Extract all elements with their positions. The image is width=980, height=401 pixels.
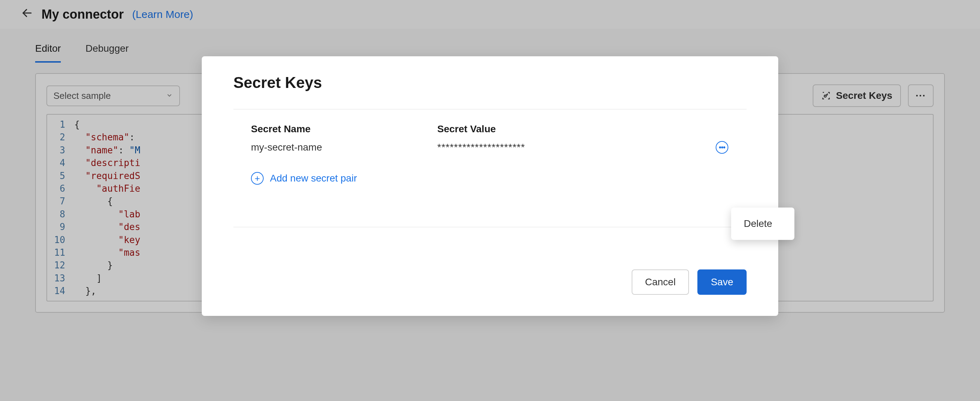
col-secret-name: Secret Name <box>251 123 437 135</box>
col-secret-value: Secret Value <box>437 123 729 135</box>
add-secret-pair-label: Add new secret pair <box>270 173 357 184</box>
row-more-button[interactable]: ••• <box>715 141 729 154</box>
delete-menu-item[interactable]: Delete <box>731 212 794 236</box>
add-secret-pair-button[interactable]: + Add new secret pair <box>234 172 746 185</box>
more-circle-icon: ••• <box>716 141 728 154</box>
secrets-header: Secret Name Secret Value <box>251 123 729 135</box>
plus-icon: + <box>251 172 264 185</box>
row-dropdown-menu: Delete <box>731 208 794 240</box>
modal-footer: Cancel Save <box>234 227 746 295</box>
cancel-button[interactable]: Cancel <box>632 270 689 295</box>
secret-name-value: my-secret-name <box>251 142 437 153</box>
secret-row: my-secret-name ********************* ••• <box>251 141 729 154</box>
secret-value-masked: ********************* <box>437 142 715 153</box>
divider <box>234 109 746 109</box>
secrets-table: Secret Name Secret Value my-secret-name … <box>234 123 746 154</box>
secret-keys-modal: Secret Keys Secret Name Secret Value my-… <box>202 56 778 316</box>
modal-title: Secret Keys <box>234 74 746 91</box>
save-button[interactable]: Save <box>697 270 746 295</box>
